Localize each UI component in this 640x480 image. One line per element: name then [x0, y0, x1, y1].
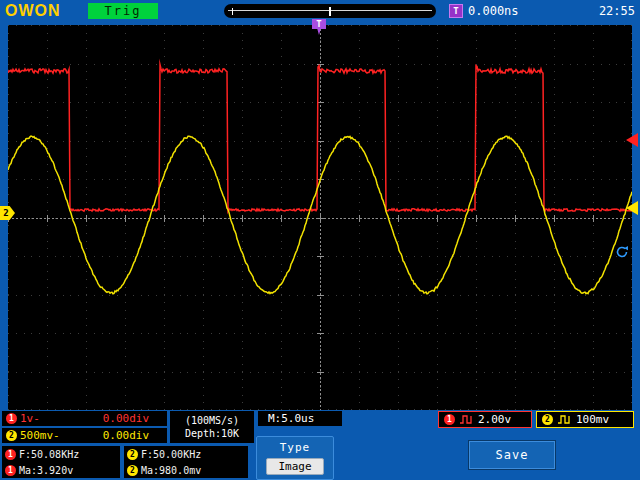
- acquisition-readout: (100MS/s) Depth:10K: [170, 411, 254, 443]
- ch1-badge: 1: [6, 413, 17, 424]
- ch2-max-row: 2 Ma:980.0mv: [124, 462, 248, 478]
- ch2-level-arrow-icon[interactable]: [626, 201, 638, 215]
- ch2-frequency-row: 2 F:50.00KHz: [124, 446, 248, 462]
- ch2-position-label: 500mv-: [20, 429, 60, 442]
- timebase-readout: M:5.0us: [258, 411, 342, 426]
- ch1-max-row: 1 Ma:3.920v: [2, 462, 120, 478]
- ch1-position-label: 1v-: [20, 412, 40, 425]
- ch1-measurements: 1 F:50.08KHz 1 Ma:3.920v: [2, 446, 120, 478]
- ch2-max-value: Ma:980.0mv: [141, 465, 201, 476]
- auto-trigger-refresh-icon: [615, 245, 629, 259]
- type-menu-label: Type: [257, 441, 333, 454]
- ch1-badge: 1: [444, 414, 455, 425]
- trigger-offset-readout: 0.000ns: [468, 4, 519, 18]
- ch2-frequency-value: F:50.00KHz: [141, 449, 201, 460]
- ch2-scale-value: 100mv: [576, 413, 609, 426]
- ch1-scale-readout: 1 2.00v: [438, 411, 532, 428]
- memory-depth: Depth:10K: [185, 428, 239, 439]
- ch1-frequency-row: 1 F:50.08KHz: [2, 446, 120, 462]
- ch1-max-value: Ma:3.920v: [19, 465, 73, 476]
- square-wave-icon: [557, 414, 572, 425]
- ch2-scale-readout: 2 100mv: [536, 411, 634, 428]
- type-menu-value-image[interactable]: Image: [266, 458, 324, 475]
- trigger-time-icon: T: [449, 4, 463, 18]
- clock: 22:55: [599, 4, 635, 18]
- trigger-status-badge: Trig: [88, 3, 158, 19]
- ch1-badge: 1: [5, 465, 16, 476]
- record-position-bar[interactable]: [224, 4, 436, 18]
- ch1-position-value: 0.00div: [103, 412, 149, 425]
- ch1-position-readout: 1 1v- 0.00div: [2, 411, 167, 426]
- waveform-display: [8, 25, 632, 410]
- ch2-badge: 2: [6, 430, 17, 441]
- ch2-measurements: 2 F:50.00KHz 2 Ma:980.0mv: [124, 446, 248, 478]
- save-menu-panel: Type Image: [256, 436, 334, 480]
- ch2-position-value: 0.00div: [103, 429, 149, 442]
- ch2-badge: 2: [127, 465, 138, 476]
- sample-rate: (100MS/s): [185, 415, 239, 426]
- oscilloscope-screen: OWON Trig T 0.000ns 22:55 T 2 1 1v- 0.00…: [0, 0, 640, 480]
- trigger-level-arrow-icon[interactable]: [626, 133, 638, 147]
- ch1-frequency-value: F:50.08KHz: [19, 449, 79, 460]
- record-window-start-tick: [232, 8, 233, 15]
- record-trigger-tick: [329, 7, 331, 16]
- ch2-position-readout: 2 500mv- 0.00div: [2, 428, 167, 443]
- ch1-scale-value: 2.00v: [478, 413, 511, 426]
- brand-logo: OWON: [5, 2, 61, 20]
- ch2-badge: 2: [127, 449, 138, 460]
- ch1-badge: 1: [5, 449, 16, 460]
- square-wave-icon: [459, 414, 474, 425]
- save-button[interactable]: Save: [468, 440, 556, 470]
- ch2-badge: 2: [542, 414, 553, 425]
